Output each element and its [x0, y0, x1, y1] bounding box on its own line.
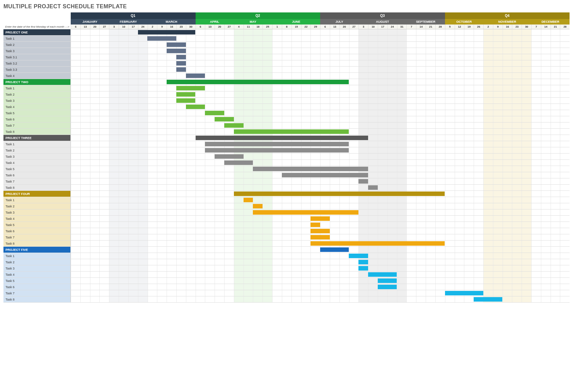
gantt-cell[interactable]	[186, 272, 196, 277]
gantt-bar[interactable]	[176, 61, 186, 66]
gantt-cell[interactable]	[224, 265, 234, 271]
gantt-cell[interactable]	[551, 290, 560, 296]
gantt-cell[interactable]	[464, 191, 474, 197]
gantt-cell[interactable]	[474, 98, 483, 104]
gantt-cell[interactable]	[531, 85, 541, 91]
gantt-cell[interactable]	[99, 91, 109, 97]
gantt-cell[interactable]	[148, 228, 157, 234]
gantt-cell[interactable]	[512, 85, 522, 91]
gantt-cell[interactable]	[80, 135, 90, 141]
gantt-cell[interactable]	[320, 42, 330, 48]
gantt-bar[interactable]	[253, 210, 358, 215]
task-label[interactable]: Task 8	[3, 241, 71, 246]
gantt-cell[interactable]	[358, 234, 368, 240]
gantt-cell[interactable]	[503, 166, 512, 172]
gantt-cell[interactable]	[99, 209, 109, 215]
task-label[interactable]: Task 4	[3, 216, 71, 222]
gantt-cell[interactable]	[80, 29, 90, 35]
gantt-cell[interactable]	[292, 203, 301, 209]
gantt-cell[interactable]	[560, 222, 570, 228]
gantt-cell[interactable]	[397, 154, 407, 159]
gantt-cell[interactable]	[310, 203, 320, 209]
gantt-cell[interactable]	[205, 91, 215, 97]
gantt-cell[interactable]	[148, 79, 157, 85]
gantt-cell[interactable]	[416, 253, 426, 259]
gantt-cell[interactable]	[397, 290, 407, 296]
gantt-cell[interactable]	[483, 178, 493, 184]
gantt-cell[interactable]	[339, 110, 349, 116]
gantt-cell[interactable]	[320, 259, 330, 265]
gantt-cell[interactable]	[90, 222, 100, 228]
gantt-cell[interactable]	[358, 29, 368, 35]
gantt-cell[interactable]	[455, 135, 464, 141]
gantt-cell[interactable]	[99, 85, 109, 91]
gantt-cell[interactable]	[387, 122, 397, 128]
gantt-cell[interactable]	[397, 197, 407, 203]
gantt-cell[interactable]	[320, 85, 330, 91]
task-label[interactable]: Task 7	[3, 122, 71, 128]
gantt-cell[interactable]	[445, 228, 455, 234]
gantt-cell[interactable]	[368, 85, 378, 91]
gantt-cell[interactable]	[445, 259, 455, 265]
gantt-cell[interactable]	[234, 290, 244, 296]
gantt-cell[interactable]	[119, 91, 128, 97]
gantt-cell[interactable]	[234, 265, 244, 271]
gantt-cell[interactable]	[445, 60, 455, 66]
gantt-bar[interactable]	[310, 229, 330, 233]
gantt-cell[interactable]	[483, 259, 493, 265]
gantt-cell[interactable]	[551, 216, 560, 222]
gantt-cell[interactable]	[186, 284, 196, 290]
gantt-cell[interactable]	[349, 147, 359, 153]
gantt-cell[interactable]	[330, 29, 339, 35]
gantt-cell[interactable]	[205, 290, 215, 296]
gantt-cell[interactable]	[90, 259, 100, 265]
gantt-cell[interactable]	[176, 197, 186, 203]
gantt-cell[interactable]	[406, 253, 416, 259]
gantt-cell[interactable]	[138, 259, 148, 265]
gantt-cell[interactable]	[138, 98, 148, 104]
gantt-cell[interactable]	[493, 241, 503, 246]
gantt-cell[interactable]	[541, 259, 551, 265]
gantt-cell[interactable]	[330, 290, 339, 296]
gantt-cell[interactable]	[99, 54, 109, 60]
gantt-cell[interactable]	[493, 178, 503, 184]
gantt-cell[interactable]	[263, 222, 272, 228]
gantt-cell[interactable]	[234, 296, 244, 302]
gantt-cell[interactable]	[224, 104, 234, 110]
gantt-cell[interactable]	[90, 116, 100, 122]
gantt-cell[interactable]	[128, 116, 138, 122]
gantt-cell[interactable]	[474, 185, 483, 190]
gantt-cell[interactable]	[186, 222, 196, 228]
gantt-cell[interactable]	[531, 259, 541, 265]
gantt-cell[interactable]	[282, 234, 292, 240]
gantt-cell[interactable]	[503, 191, 512, 197]
gantt-cell[interactable]	[560, 98, 570, 104]
gantt-cell[interactable]	[138, 73, 148, 79]
gantt-cell[interactable]	[244, 166, 253, 172]
gantt-cell[interactable]	[176, 241, 186, 246]
gantt-cell[interactable]	[426, 98, 435, 104]
gantt-cell[interactable]	[493, 48, 503, 54]
gantt-cell[interactable]	[368, 91, 378, 97]
gantt-cell[interactable]	[80, 160, 90, 166]
gantt-cell[interactable]	[282, 154, 292, 159]
gantt-cell[interactable]	[301, 42, 311, 48]
gantt-cell[interactable]	[426, 73, 435, 79]
gantt-cell[interactable]	[493, 29, 503, 35]
gantt-cell[interactable]	[541, 122, 551, 128]
gantt-cell[interactable]	[80, 178, 90, 184]
gantt-cell[interactable]	[253, 104, 263, 110]
gantt-cell[interactable]	[378, 166, 387, 172]
gantt-cell[interactable]	[205, 209, 215, 215]
gantt-cell[interactable]	[541, 265, 551, 271]
gantt-cell[interactable]	[435, 278, 445, 284]
gantt-cell[interactable]	[109, 234, 119, 240]
gantt-cell[interactable]	[339, 104, 349, 110]
gantt-cell[interactable]	[148, 122, 157, 128]
gantt-cell[interactable]	[196, 36, 205, 41]
gantt-cell[interactable]	[301, 234, 311, 240]
gantt-cell[interactable]	[119, 178, 128, 184]
gantt-cell[interactable]	[358, 36, 368, 41]
gantt-cell[interactable]	[378, 85, 387, 91]
gantt-cell[interactable]	[474, 60, 483, 66]
